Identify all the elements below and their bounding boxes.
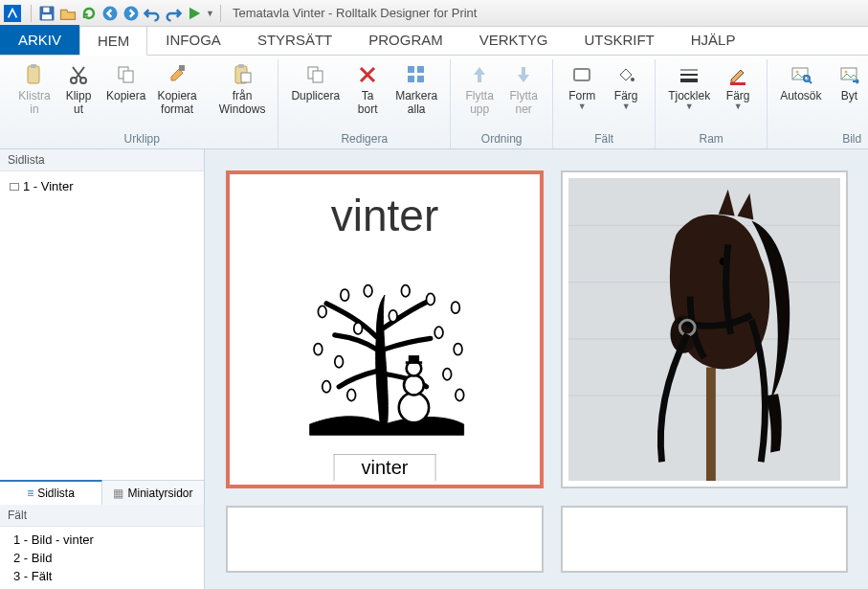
delete-button[interactable]: Ta bort: [346, 59, 389, 120]
group-order-label: Ordning: [458, 130, 545, 148]
dup-label: Duplicera: [291, 90, 340, 103]
fields-list[interactable]: 1 - Bild - vinter 2 - Bild 3 - Fält: [0, 527, 204, 589]
svg-rect-5: [28, 66, 39, 83]
swap-button[interactable]: Byt: [829, 59, 868, 106]
tab-control[interactable]: STYRSÄTT: [239, 25, 350, 55]
tab-sidelist[interactable]: ≡ Sidlista: [0, 480, 102, 505]
field-color-button[interactable]: Färg ▼: [605, 59, 647, 114]
svg-point-49: [434, 327, 443, 338]
play-icon[interactable]: [185, 4, 204, 23]
card-horse-photo[interactable]: [561, 170, 848, 488]
svg-rect-61: [706, 368, 716, 482]
card-vinter[interactable]: vinter: [226, 170, 544, 488]
down-label: Flytta: [509, 90, 537, 103]
tab-home[interactable]: HEM: [79, 26, 147, 56]
canvas[interactable]: vinter: [205, 149, 868, 589]
tab-file[interactable]: ARKIV: [0, 25, 79, 55]
svg-point-35: [399, 393, 429, 422]
list-icon: ≡: [27, 487, 33, 500]
duplicate-icon: [303, 62, 328, 87]
swap-image-icon: [837, 62, 862, 87]
tab-thumbs-label: Miniatyrsidor: [127, 487, 192, 500]
refresh-icon[interactable]: [79, 4, 99, 23]
titlebar: ▼ Tematavla Vinter - Rolltalk Designer f…: [0, 0, 868, 27]
tab-insert[interactable]: INFOGA: [147, 25, 239, 55]
card-title: vinter: [230, 190, 540, 241]
tab-sidelist-label: Sidlista: [37, 487, 75, 500]
tab-help[interactable]: HJÄLP: [673, 25, 754, 55]
field-item-label: 1 - Bild - vinter: [13, 532, 94, 547]
group-edit: Duplicera Ta bort Markera alla Redigera: [278, 59, 451, 148]
svg-point-55: [389, 310, 397, 322]
winter-pictogram: [278, 270, 492, 437]
svg-rect-13: [238, 64, 244, 68]
svg-point-47: [335, 356, 344, 368]
tab-thumbnails[interactable]: ▦ Miniatyrsidor: [102, 481, 204, 505]
arrow-down-icon: [511, 62, 536, 87]
svg-rect-16: [313, 71, 323, 82]
save-icon[interactable]: [37, 4, 56, 23]
svg-point-46: [314, 344, 323, 355]
svg-point-52: [323, 381, 331, 393]
frame-color-button[interactable]: Färg ▼: [717, 59, 759, 114]
fromwin-label: från: [233, 90, 253, 103]
svg-rect-1: [42, 14, 52, 19]
open-icon[interactable]: [58, 4, 78, 23]
page-item-1[interactable]: 1 - Vinter: [6, 177, 198, 195]
pencil-color-icon: [725, 62, 750, 87]
page-item-label: 1 - Vinter: [23, 179, 74, 193]
window-title: Tematavla Vinter - Rolltalk Designer for…: [233, 6, 478, 20]
undo-icon[interactable]: [143, 4, 162, 23]
scissors-icon: [66, 62, 91, 87]
from-windows-button[interactable]: från Windows: [214, 59, 271, 120]
field-item-2[interactable]: 2 - Bild: [10, 549, 194, 567]
svg-point-32: [844, 71, 847, 74]
card-empty-1[interactable]: [226, 506, 544, 573]
shape-button[interactable]: Form ▼: [561, 59, 603, 114]
svg-rect-10: [123, 71, 133, 82]
thickness-icon: [677, 62, 701, 87]
page-tree[interactable]: 1 - Vinter: [0, 171, 204, 480]
copy-format-button[interactable]: Kopiera format: [152, 59, 201, 120]
svg-point-22: [631, 78, 634, 81]
selall-label: Markera: [395, 90, 437, 103]
grid-icon: ▦: [113, 487, 123, 500]
move-down-button[interactable]: Flytta ner: [502, 59, 545, 120]
svg-point-40: [318, 306, 326, 317]
copy-label: Kopiera: [106, 90, 145, 103]
svg-line-30: [809, 80, 812, 83]
svg-point-36: [404, 375, 424, 396]
svg-rect-17: [408, 66, 414, 73]
fields-header: Fält: [0, 505, 204, 527]
up-label: Flytta: [465, 90, 493, 103]
group-image: Autosök Byt Redigera Bild: [768, 59, 868, 148]
redo-icon[interactable]: [164, 4, 183, 23]
forward-icon[interactable]: [122, 4, 141, 23]
tab-tools[interactable]: VERKTYG: [461, 25, 567, 55]
left-panel: Sidlista 1 - Vinter ≡ Sidlista ▦ Miniaty…: [0, 149, 205, 589]
svg-point-50: [454, 344, 462, 355]
tab-program[interactable]: PROGRAM: [350, 25, 461, 55]
svg-rect-20: [417, 76, 424, 82]
tab-print[interactable]: UTSKRIFT: [566, 25, 672, 55]
field-item-3[interactable]: 3 - Fält: [10, 567, 194, 585]
svg-rect-19: [408, 76, 414, 82]
svg-point-3: [103, 6, 118, 20]
autosearch-button[interactable]: Autosök: [775, 59, 826, 106]
cut-button[interactable]: Klipp ut: [57, 59, 100, 120]
svg-point-48: [354, 323, 363, 334]
svg-point-42: [364, 285, 372, 297]
copy-button[interactable]: Kopiera: [101, 59, 150, 106]
duplicate-button[interactable]: Duplicera: [286, 59, 345, 106]
shape-icon: [569, 62, 594, 87]
select-all-button[interactable]: Markera alla: [390, 59, 442, 120]
app-icon: [4, 5, 21, 22]
paste-button[interactable]: Klistra in: [13, 59, 56, 120]
back-icon[interactable]: [100, 4, 120, 23]
field-item-1[interactable]: 1 - Bild - vinter: [10, 531, 194, 549]
cut-label: Klipp: [66, 90, 92, 103]
move-up-button[interactable]: Flytta upp: [458, 59, 501, 120]
card-empty-2[interactable]: [561, 506, 848, 573]
thickness-button[interactable]: Tjocklek ▼: [663, 59, 715, 114]
clipboard-icon: [230, 62, 255, 87]
